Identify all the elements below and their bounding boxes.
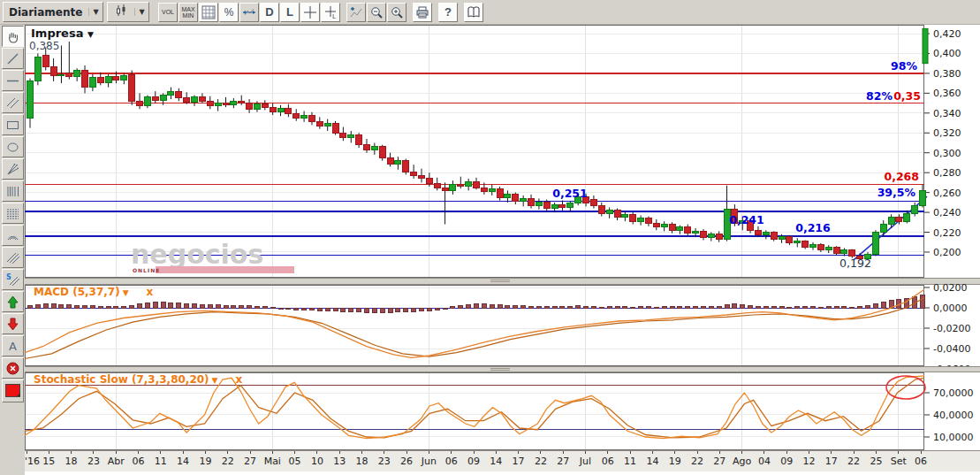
svg-text:06: 06 [133, 456, 145, 467]
horizontal-line-tool-button[interactable] [2, 70, 24, 91]
watermark: negocios ONLINE [131, 242, 294, 274]
parallel-lines-tool-button[interactable] [2, 92, 24, 113]
candlestick-icon [108, 4, 134, 20]
svg-text:26: 26 [400, 456, 413, 467]
ellipse-tool-button[interactable] [2, 136, 24, 157]
svg-text:22: 22 [222, 456, 234, 467]
parallel-lines-icon [5, 96, 20, 111]
macd-title: MACD (5,37,7) [34, 286, 120, 298]
symbol-last-price: 0,385 [29, 40, 59, 52]
text-tool-button[interactable]: A [2, 335, 24, 356]
arrow-down-icon [5, 317, 20, 332]
svg-text:09: 09 [780, 456, 793, 467]
stochastic-title: Stochastic Slow (7,3,3,80,20) [34, 373, 209, 386]
speed-lines-tool-button[interactable] [2, 247, 24, 268]
svg-text:04: 04 [758, 456, 771, 467]
svg-text:06: 06 [602, 456, 614, 467]
help-button[interactable]: ? [438, 3, 458, 22]
watermark-subtext: ONLINE [133, 267, 160, 273]
panel-splitter[interactable] [25, 278, 980, 285]
svg-text:A: A [9, 340, 17, 353]
svg-text:27: 27 [713, 456, 726, 467]
chevron-down-icon: ▼ [87, 30, 94, 39]
fib-time-zones-tool-button[interactable] [2, 180, 24, 202]
svg-text:22: 22 [847, 456, 860, 467]
rectangle-icon [5, 118, 20, 133]
trend-line-icon [5, 51, 20, 66]
color-swatch-button[interactable] [2, 379, 24, 402]
period-dropdown[interactable]: Diariamente ▼ [3, 2, 103, 22]
svg-text:22: 22 [691, 456, 703, 467]
hand-tool-button[interactable] [2, 26, 24, 47]
svg-text:09: 09 [467, 456, 480, 467]
crosshair-button[interactable] [300, 3, 320, 22]
svg-text:0,260: 0,260 [933, 188, 961, 199]
stochastic-close-button[interactable]: x [236, 373, 243, 386]
svg-text:0,360: 0,360 [933, 88, 961, 99]
svg-text:10,0000: 10,0000 [933, 432, 974, 443]
svg-text:39,5%: 39,5% [877, 186, 916, 199]
svg-text:L: L [332, 13, 336, 19]
line-chart-button[interactable]: L [280, 3, 300, 22]
trend-line-tool-button[interactable] [2, 48, 24, 69]
symbol-dropdown[interactable]: Impresa ▼ [31, 27, 94, 40]
range-icon [242, 5, 256, 19]
svg-text:0,251: 0,251 [552, 187, 588, 200]
zoom-in-icon [390, 5, 404, 19]
svg-text:0,216: 0,216 [795, 221, 831, 234]
day-chart-button[interactable]: D [260, 3, 279, 22]
delete-icon [5, 361, 20, 376]
fib-retracement-tool-button[interactable] [2, 203, 24, 224]
svg-text:0,192: 0,192 [839, 257, 871, 270]
volume-button[interactable]: VOL [158, 3, 178, 22]
arc-tool-button[interactable] [2, 225, 24, 246]
trading-app: Diariamente ▼ ▼ VOL MAX MIN % D L L [0, 0, 980, 475]
svg-text:S: S [6, 273, 11, 281]
chart-type-dropdown[interactable]: ▼ [107, 2, 149, 22]
range-button[interactable] [239, 3, 259, 22]
zoom-in-button[interactable] [387, 3, 406, 22]
arrow-up-tool-button[interactable] [2, 291, 24, 312]
s-speed-lines-tool-button[interactable]: S [2, 269, 24, 290]
svg-text:14: 14 [646, 456, 658, 467]
zoom-out-button[interactable] [367, 3, 386, 22]
svg-text:25: 25 [870, 456, 882, 467]
percent-button[interactable]: % [219, 3, 239, 22]
arrow-down-tool-button[interactable] [2, 313, 24, 334]
fib-time-zones-icon [5, 184, 20, 199]
rectangle-tool-button[interactable] [2, 114, 24, 135]
svg-text:18: 18 [65, 456, 78, 467]
delete-drawing-button[interactable] [2, 357, 24, 379]
fan-lines-tool-button[interactable] [2, 158, 24, 180]
chevron-down-icon[interactable]: ▼ [123, 288, 129, 297]
watermark-bar [156, 266, 294, 273]
svg-text:'16: '16 [25, 456, 40, 467]
svg-text:0,400: 0,400 [933, 48, 961, 59]
drawing-toolbar: S A [0, 25, 25, 475]
maxmin-button[interactable]: MAX MIN [179, 3, 198, 22]
svg-text:0,420: 0,420 [933, 28, 961, 40]
svg-text:0,241: 0,241 [729, 213, 764, 226]
add-study-button[interactable] [346, 3, 366, 22]
print-button[interactable] [413, 3, 432, 22]
macd-close-button[interactable]: x [147, 286, 154, 298]
macd-chart-canvas[interactable]: 0,02000,0000-0,0200-0,0400-0,0600 [25, 285, 980, 366]
manual-button[interactable] [464, 3, 483, 22]
panel-splitter[interactable] [25, 366, 980, 372]
crosshair-label-button[interactable]: L [321, 3, 340, 22]
svg-text:23: 23 [378, 456, 391, 467]
zoom-out-icon [369, 5, 384, 19]
date-axis: '16151823Abr061114192227Mai051013182326J… [25, 450, 980, 471]
svg-text:27: 27 [557, 456, 569, 467]
chevron-down-icon: ▼ [134, 8, 148, 16]
svg-text:70,0000: 70,0000 [933, 387, 974, 399]
chart-region: 0,4200,4000,3800,3600,3400,3200,3000,280… [25, 25, 980, 475]
horizontal-line-icon [5, 73, 20, 88]
chevron-down-icon[interactable]: ▼ [212, 376, 218, 385]
svg-text:27: 27 [244, 456, 256, 467]
svg-text:-0,0400: -0,0400 [933, 343, 970, 355]
symbol-name: Impresa [31, 27, 83, 40]
ellipse-icon [5, 140, 20, 155]
svg-text:Ago: Ago [733, 456, 752, 467]
grid-button[interactable] [199, 3, 218, 22]
